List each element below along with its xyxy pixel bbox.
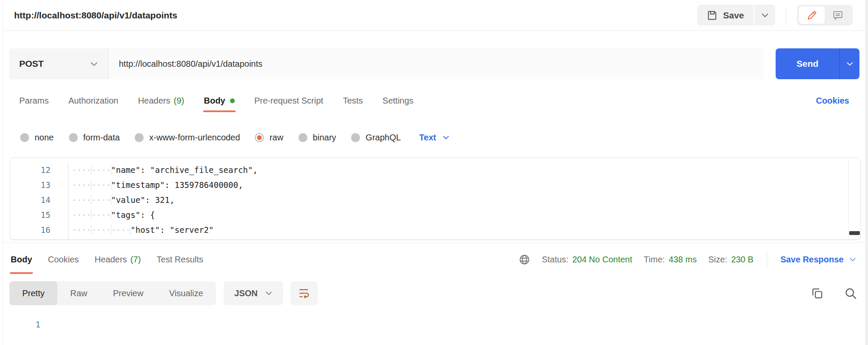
- code-content: "timestamp": 1359786400000,: [111, 180, 243, 190]
- search-response-button[interactable]: [844, 286, 858, 300]
- code-text: ············"host": "server2": [68, 225, 214, 235]
- response-format-select[interactable]: JSON: [224, 281, 283, 305]
- code-content: "host": "server2": [130, 225, 213, 235]
- response-view-tab[interactable]: Preview: [100, 281, 156, 305]
- line-number: 12: [10, 162, 68, 177]
- line-number: 16: [10, 222, 68, 237]
- request-tabs: Params Authorization Headers (9) Body: [3, 87, 865, 114]
- save-options-button[interactable]: [754, 5, 775, 26]
- response-toolbar: Pretty Raw Preview Visualize JSON: [9, 281, 858, 305]
- cookies-link[interactable]: Cookies: [816, 96, 849, 106]
- http-method-select[interactable]: POST: [9, 48, 109, 79]
- header-divider: [786, 6, 786, 24]
- code-text: ········"value": 321,: [68, 195, 174, 205]
- request-body-editor[interactable]: 12 ········"name": "archive_file_search"…: [10, 158, 861, 240]
- metric-label: Status:: [542, 255, 568, 265]
- code-content: "tags": {: [111, 210, 155, 220]
- line-number: 17: [10, 237, 68, 240]
- send-options-button[interactable]: [840, 48, 859, 79]
- request-tab-label: Headers: [138, 96, 171, 106]
- response-tab[interactable]: Headers (7): [94, 243, 141, 276]
- metric-value: 204 No Content: [572, 255, 632, 265]
- response-tab[interactable]: Body: [11, 243, 32, 276]
- radio-icon: [135, 133, 144, 142]
- radio-icon: [69, 133, 78, 142]
- indent-whitespace: ········: [72, 210, 111, 220]
- line-number: 13: [10, 177, 68, 192]
- body-type-radio[interactable]: binary: [298, 133, 336, 143]
- request-tab[interactable]: Params: [19, 87, 49, 114]
- editor-scrollbar-thumb[interactable]: [849, 231, 860, 235]
- body-type-radio[interactable]: form-data: [69, 133, 120, 143]
- save-button-label: Save: [723, 10, 744, 21]
- response-tab[interactable]: Cookies: [48, 243, 79, 276]
- code-content: "value": 321,: [111, 195, 175, 205]
- save-button[interactable]: Save: [697, 5, 753, 26]
- request-url-row: POST Send: [9, 48, 859, 79]
- body-type-radio[interactable]: x-www-form-urlencoded: [135, 133, 240, 143]
- request-tab[interactable]: Authorization: [68, 87, 118, 114]
- chevron-down-icon: [90, 62, 98, 66]
- code-content: "name": "archive_file_search",: [111, 165, 258, 175]
- response-view-switcher: Pretty Raw Preview Visualize: [9, 281, 216, 305]
- response-tab-label: Test Results: [156, 255, 203, 265]
- response-tab[interactable]: Test Results: [156, 243, 203, 276]
- request-url-input[interactable]: [109, 48, 764, 79]
- response-tab-label: Headers: [94, 255, 127, 265]
- body-type-radio[interactable]: none: [20, 133, 54, 143]
- request-tab-label: Settings: [383, 96, 413, 106]
- comment-button[interactable]: [825, 6, 851, 24]
- raw-format-select[interactable]: Text: [419, 133, 449, 143]
- code-line: 17 ········}: [10, 237, 860, 240]
- metric-label: Size:: [708, 255, 727, 265]
- indent-whitespace: ········: [72, 180, 111, 190]
- code-line: 13 ········"timestamp": 1359786400000,: [10, 177, 860, 192]
- save-response-button[interactable]: Save Response: [780, 255, 856, 265]
- edit-mode-button[interactable]: [799, 6, 825, 24]
- request-tab[interactable]: Settings: [383, 87, 413, 114]
- response-metric: Time: 438 ms: [644, 255, 697, 265]
- comment-icon: [832, 9, 844, 21]
- metric-value: 230 B: [731, 255, 753, 265]
- request-tab-label: Pre-request Script: [254, 96, 323, 106]
- code-line: 12 ········"name": "archive_file_search"…: [10, 162, 860, 177]
- chevron-down-icon: [849, 257, 856, 262]
- request-tab-label: Body: [204, 96, 225, 106]
- body-type-label: raw: [269, 133, 283, 143]
- response-view-tab[interactable]: Visualize: [156, 281, 216, 305]
- code-text: ········"timestamp": 1359786400000,: [68, 180, 243, 190]
- globe-icon: [519, 254, 530, 265]
- body-green-dot: [230, 98, 235, 103]
- metric-label: Time:: [644, 255, 665, 265]
- raw-format-value: Text: [419, 133, 436, 143]
- metric-value: 438 ms: [669, 255, 697, 265]
- wrap-text-button[interactable]: [290, 281, 318, 305]
- response-view-tab[interactable]: Raw: [57, 281, 100, 305]
- response-body-viewer[interactable]: 1: [3, 312, 865, 345]
- request-tab[interactable]: Tests: [343, 87, 363, 114]
- body-type-label: x-www-form-urlencoded: [149, 133, 240, 143]
- search-icon: [844, 286, 858, 300]
- send-button[interactable]: Send: [776, 48, 859, 79]
- body-type-radio[interactable]: raw: [255, 133, 283, 143]
- floppy-icon: [707, 10, 718, 21]
- left-panel-border: [3, 0, 3, 345]
- text-wrap-icon: [298, 287, 310, 299]
- request-tab[interactable]: Pre-request Script: [254, 87, 323, 114]
- view-tab-label: Pretty: [22, 288, 44, 298]
- view-tab-label: Preview: [113, 288, 143, 298]
- radio-icon: [351, 133, 360, 142]
- body-type-label: none: [35, 133, 54, 143]
- window-scrollbar-track[interactable]: [865, 0, 868, 345]
- line-number: 14: [10, 192, 68, 207]
- chevron-down-icon: [443, 135, 449, 140]
- request-tab[interactable]: Headers (9): [138, 87, 184, 114]
- response-metric: Size: 230 B: [708, 255, 753, 265]
- response-tabs: Body Cookies Headers (7) Test Results: [11, 243, 203, 276]
- response-tab-label: Body: [11, 255, 32, 265]
- response-view-tab[interactable]: Pretty: [9, 281, 57, 305]
- request-tab[interactable]: Body: [204, 87, 235, 114]
- request-tab-count: (9): [174, 96, 184, 106]
- copy-response-button[interactable]: [811, 287, 824, 300]
- body-type-radio[interactable]: GraphQL: [351, 133, 401, 143]
